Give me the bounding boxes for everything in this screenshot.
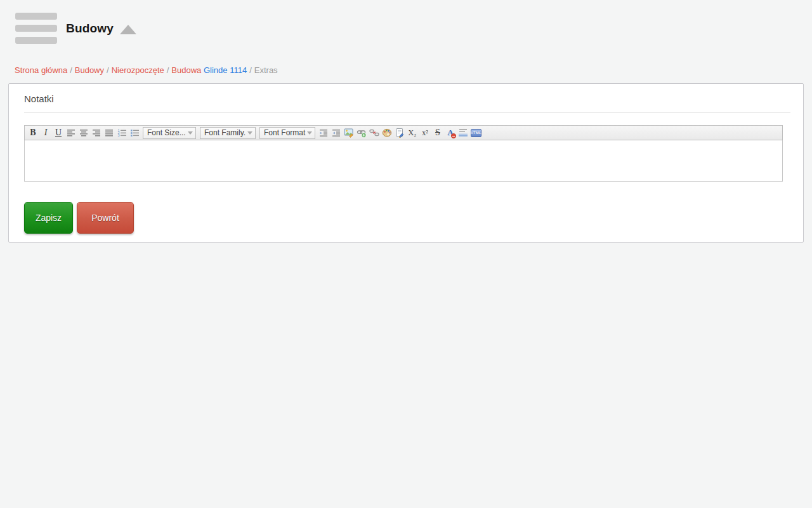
breadcrumb-budowa-glinde[interactable]: Budowa Glinde 1114 [171,65,247,75]
underline-button[interactable]: U [52,126,65,139]
rich-text-editor: B I U 123 Font Size... [24,125,783,182]
app-header: Budowy [0,0,812,44]
breadcrumb-budowa-label: Budowa [171,65,201,75]
align-right-icon [91,128,102,138]
align-center-button[interactable] [77,126,90,139]
palette-icon [382,128,392,138]
breadcrumb-separator: / [249,65,252,75]
outdent-icon [318,128,329,138]
subscript-button[interactable]: X₂ [406,126,419,139]
indent-icon [331,128,341,138]
notes-panel: Notatki B I U 123 [8,83,804,243]
breadcrumb-separator: / [70,65,72,75]
superscript-button[interactable]: x² [419,126,431,139]
insert-image-button[interactable] [343,126,355,139]
chevron-down-icon [307,131,312,135]
breadcrumb: Strona główna/Budowy/Nierozpoczęte/Budow… [15,65,812,76]
italic-button[interactable]: I [39,126,52,139]
collapse-arrow-icon[interactable] [120,25,136,34]
chevron-down-icon [247,131,252,135]
font-family-select[interactable]: Font Family. [200,127,256,139]
breadcrumb-glinde-label: Glinde 1114 [204,65,247,75]
menu-icon[interactable] [15,13,57,44]
indent-button[interactable] [330,126,343,139]
edit-page-button[interactable] [393,126,406,139]
action-buttons: Zapisz Powrót [24,202,796,234]
font-size-select[interactable]: Font Size... [143,127,196,139]
color-palette-button[interactable] [381,126,393,139]
horizontal-rule-icon [458,128,468,138]
breadcrumb-nierozpoczete[interactable]: Nierozpoczęte [112,65,164,75]
menu-bar [15,13,57,20]
unordered-list-button[interactable] [128,126,141,139]
html-source-button[interactable]: HTML [469,126,482,139]
align-left-button[interactable] [65,126,77,139]
unordered-list-icon [129,128,140,138]
font-format-label: Font Format [264,128,305,137]
editor-toolbar: B I U 123 Font Size... [24,125,783,140]
horizontal-rule-button[interactable] [457,126,469,139]
unlink-icon [369,128,379,138]
align-center-icon [79,128,89,138]
save-button[interactable]: Zapisz [24,202,73,234]
page-edit-icon [395,128,405,138]
link-add-icon [357,128,367,138]
outdent-button[interactable] [317,126,330,139]
breadcrumb-current: Extras [254,65,278,75]
menu-bar [15,37,57,44]
align-justify-button[interactable] [103,126,115,139]
minus-badge-icon [451,133,456,138]
unlink-button[interactable] [368,126,381,139]
strikethrough-button[interactable]: S [431,126,444,139]
bold-button[interactable]: B [27,126,39,139]
breadcrumb-budowy[interactable]: Budowy [75,65,104,75]
ordered-list-button[interactable]: 123 [115,126,128,139]
breadcrumb-separator: / [167,65,169,75]
ordered-list-icon: 123 [117,128,127,138]
align-right-button[interactable] [90,126,103,139]
panel-divider [24,112,790,113]
html-icon: HTML [471,129,481,137]
font-format-select[interactable]: Font Format [259,127,315,139]
image-edit-icon [344,128,354,138]
chevron-down-icon [188,131,193,135]
insert-link-button[interactable] [355,126,368,139]
panel-title: Notatki [16,92,796,104]
editor-content[interactable] [24,140,783,182]
menu-bar [15,25,57,32]
remove-format-button[interactable]: A [444,126,457,139]
svg-text:3: 3 [118,133,120,137]
breadcrumb-separator: / [107,65,109,75]
align-justify-icon [104,128,114,138]
html-icon-label: HTML [471,131,481,135]
align-left-icon [66,128,76,138]
page-title: Budowy [66,22,114,36]
breadcrumb-home[interactable]: Strona główna [15,65,67,75]
back-button[interactable]: Powrót [77,202,134,234]
font-size-label: Font Size... [147,128,186,137]
font-family-label: Font Family. [204,128,246,137]
